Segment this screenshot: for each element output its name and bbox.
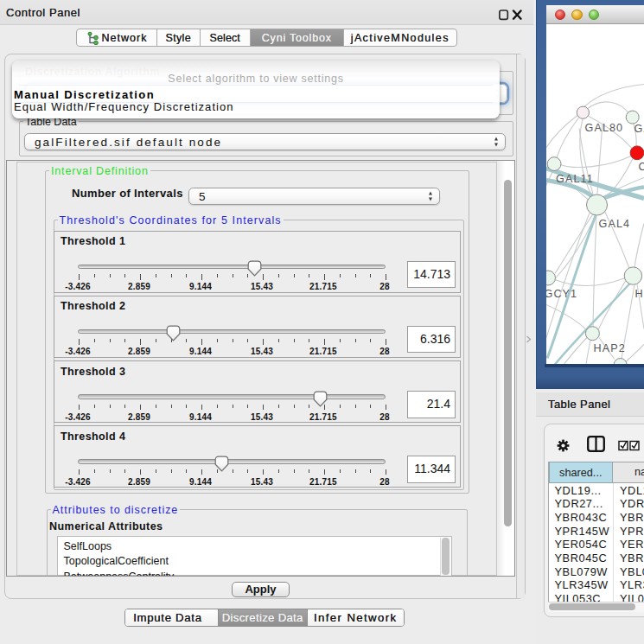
svg-text:H: H [635, 287, 644, 299]
svg-text:GCY1: GCY1 [546, 287, 577, 299]
svg-text:GAL4: GAL4 [599, 217, 631, 229]
svg-text:C: C [639, 160, 644, 172]
svg-text:GAL11: GAL11 [556, 172, 594, 184]
svg-text:HAP2: HAP2 [594, 341, 626, 354]
svg-text:GA: GA [634, 122, 644, 134]
svg-text:GAL80: GAL80 [585, 121, 624, 133]
